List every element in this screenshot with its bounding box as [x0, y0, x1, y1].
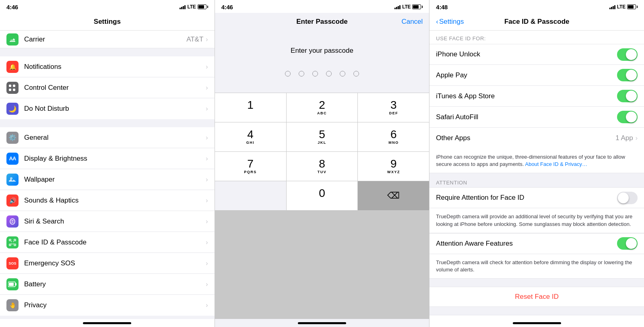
require-attention-toggle[interactable]: [617, 192, 638, 204]
other-apps-value: 1 App: [615, 134, 633, 142]
turn-passcode-off-button[interactable]: Turn Passcode Off: [429, 315, 644, 319]
about-faceid-link[interactable]: About Face ID & Privacy…: [525, 161, 587, 167]
settings-row-privacy[interactable]: 🤚 Privacy ›: [0, 295, 215, 316]
status-bar-passcode: 4:46 LTE: [215, 0, 429, 13]
key-3[interactable]: 3 DEF: [358, 93, 429, 122]
signal-icon: [180, 4, 186, 9]
attention-aware-toggle[interactable]: [617, 237, 638, 250]
attention-section-header: ATTENTION: [429, 173, 644, 187]
settings-row-notifications[interactable]: 🔔 Notifications ›: [0, 56, 215, 77]
display-icon: AA: [6, 153, 19, 165]
battery-icon-3: [627, 4, 638, 9]
require-attention-label: Require Attention for Face ID: [436, 194, 617, 202]
settings-row-apple-pay[interactable]: Apple Pay: [429, 65, 644, 86]
siri-label: Siri & Search: [24, 217, 206, 226]
settings-row-display[interactable]: AA Display & Brightness ›: [0, 148, 215, 169]
settings-row-control-center[interactable]: Control Center ›: [0, 77, 215, 98]
sounds-label: Sounds & Haptics: [24, 197, 206, 205]
numpad-row-4: 0 ⌫: [215, 181, 429, 210]
passcode-prompt-text: Enter your passcode: [291, 47, 353, 55]
faceid-icon: [6, 236, 19, 248]
svg-point-8: [13, 241, 14, 242]
numpad: 1 2 ABC 3 DEF 4 GHI 5 JKL 6: [215, 93, 429, 319]
settings-row-dnd[interactable]: 🌙 Do Not Disturb ›: [0, 98, 215, 119]
key-2[interactable]: 2 ABC: [287, 93, 358, 122]
faceid-panel: 4:48 LTE ‹ Settings Face ID & Passcode: [429, 0, 644, 327]
settings-back-button[interactable]: ‹ Settings: [436, 18, 464, 26]
key-4[interactable]: 4 GHI: [215, 122, 286, 151]
key-backspace[interactable]: ⌫: [358, 181, 429, 210]
key-9[interactable]: 9 WXYZ: [358, 152, 429, 181]
attention-aware-label: Attention Aware Features: [436, 240, 617, 248]
key-7[interactable]: 7 PQRS: [215, 152, 286, 181]
faceid-nav-header: ‹ Settings Face ID & Passcode: [429, 13, 644, 31]
status-bar-settings: 4:46 LTE: [0, 0, 215, 13]
settings-row-sos[interactable]: SOS Emergency SOS ›: [0, 253, 215, 274]
display-chevron: ›: [206, 155, 208, 162]
sos-icon: SOS: [6, 257, 19, 269]
settings-row-siri[interactable]: Siri & Search ›: [0, 211, 215, 232]
settings-row-faceid[interactable]: Face ID & Passcode ›: [0, 232, 215, 253]
settings-row-require-attention[interactable]: Require Attention for Face ID: [429, 187, 644, 208]
settings-row-carrier[interactable]: Carrier AT&T ›: [0, 31, 215, 48]
settings-row-wallpaper[interactable]: Wallpaper ›: [0, 169, 215, 190]
control-center-label: Control Center: [24, 84, 206, 92]
svg-rect-4: [14, 239, 16, 241]
require-attention-info: TrueDepth camera will provide an additio…: [429, 208, 644, 233]
svg-point-7: [11, 241, 12, 242]
settings-row-iphone-unlock[interactable]: iPhone Unlock: [429, 44, 644, 65]
iphone-unlock-toggle[interactable]: [617, 48, 638, 61]
wallpaper-icon: [6, 174, 19, 186]
signal-icon-2: [394, 4, 400, 9]
key-6[interactable]: 6 MNO: [358, 122, 429, 151]
carrier-label: Carrier: [24, 35, 186, 43]
numpad-row-3: 7 PQRS 8 TUV 9 WXYZ: [215, 152, 429, 181]
home-indicator-2: [215, 319, 429, 327]
lte-label-1: LTE: [187, 4, 196, 10]
attention-aware-info: TrueDepth camera will check for attentio…: [429, 254, 644, 279]
cancel-button[interactable]: Cancel: [401, 18, 423, 26]
use-faceid-header: USE FACE ID FOR:: [429, 31, 644, 44]
sos-chevron: ›: [206, 260, 208, 267]
key-0[interactable]: 0: [287, 181, 358, 210]
settings-row-sounds[interactable]: 🔊 Sounds & Haptics ›: [0, 190, 215, 211]
dot-3: [312, 71, 318, 77]
settings-row-general[interactable]: ⚙️ General ›: [0, 127, 215, 148]
settings-row-other-apps[interactable]: Other Apps 1 App ›: [429, 128, 644, 149]
settings-row-safari-autofill[interactable]: Safari AutoFill: [429, 107, 644, 128]
carrier-value: AT&T: [186, 35, 203, 43]
carrier-chevron: ›: [206, 36, 208, 43]
faceid-title: Face ID & Passcode: [504, 18, 570, 26]
key-5[interactable]: 5 JKL: [287, 122, 358, 151]
status-time-2: 4:46: [221, 4, 233, 10]
other-apps-label: Other Apps: [436, 134, 615, 142]
sounds-icon: 🔊: [6, 195, 19, 207]
status-time-3: 4:48: [436, 4, 448, 10]
privacy-chevron: ›: [206, 302, 208, 309]
svg-rect-5: [9, 244, 11, 246]
key-8[interactable]: 8 TUV: [287, 152, 358, 181]
itunes-toggle[interactable]: [617, 90, 638, 102]
svg-rect-0: [10, 41, 15, 42]
reset-faceid-button[interactable]: Reset Face ID: [429, 287, 644, 307]
status-time-1: 4:46: [6, 4, 18, 10]
settings-row-itunes-store[interactable]: iTunes & App Store: [429, 86, 644, 107]
apple-pay-toggle[interactable]: [617, 69, 638, 81]
passcode-prompt: Enter your passcode: [215, 31, 429, 67]
status-bar-faceid: 4:48 LTE: [429, 0, 644, 13]
status-icons-3: LTE: [609, 4, 638, 10]
settings-header: Settings: [0, 13, 215, 31]
privacy-icon: 🤚: [6, 299, 19, 311]
display-label: Display & Brightness: [24, 155, 206, 163]
other-apps-chevron: ›: [636, 135, 638, 142]
settings-row-battery[interactable]: Battery ›: [0, 274, 215, 295]
dot-2: [299, 71, 304, 77]
dnd-chevron: ›: [206, 105, 208, 112]
privacy-label: Privacy: [24, 301, 206, 309]
safari-autofill-toggle[interactable]: [617, 111, 638, 123]
settings-row-attention-aware[interactable]: Attention Aware Features: [429, 233, 644, 254]
svg-rect-10: [15, 283, 17, 286]
key-1[interactable]: 1: [215, 93, 286, 122]
general-chevron: ›: [206, 134, 208, 141]
dot-4: [326, 71, 332, 77]
